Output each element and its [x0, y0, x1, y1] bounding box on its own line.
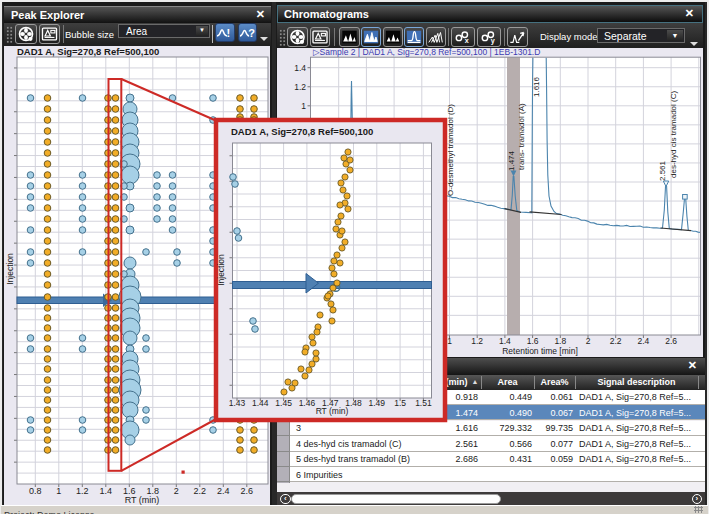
svg-text:?: ? [248, 27, 255, 39]
svg-text:y: y [491, 36, 495, 45]
svg-text:x: x [465, 36, 469, 45]
svg-text:!: ! [227, 27, 231, 39]
